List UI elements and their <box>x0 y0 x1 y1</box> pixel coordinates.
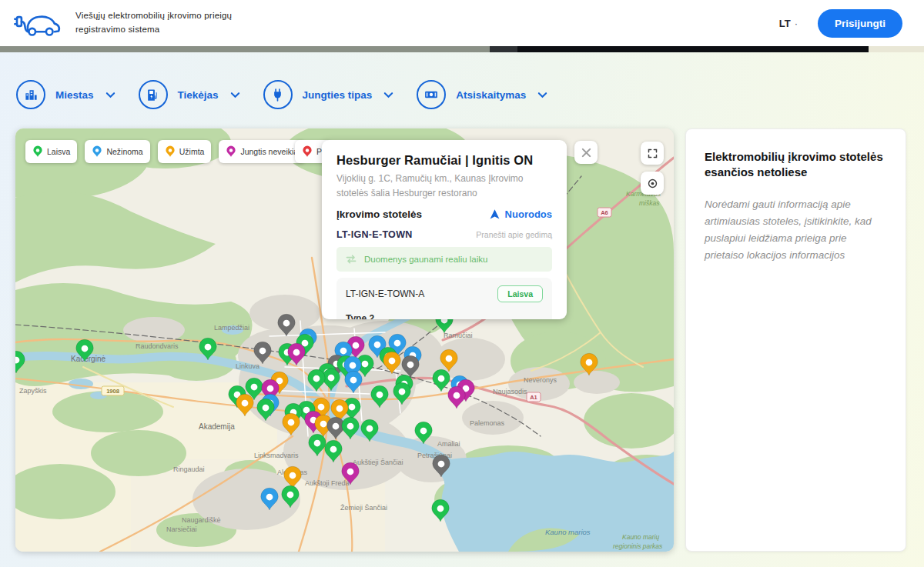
nearby-stations-title: Elektromobilių įkrovimo stotelės esančio… <box>705 149 887 181</box>
charging-stations-heading: Įkrovimo stotelės <box>336 208 422 220</box>
filter-provider[interactable]: Tiekėjas <box>139 80 240 109</box>
page: Viešųjų elektromobilių įkrovimo prieigų … <box>0 0 924 567</box>
language-selector[interactable]: LT· <box>779 18 798 29</box>
realtime-banner: Duomenys gaunami realiu laiku <box>336 247 552 272</box>
header-actions: LT· Prisijungti <box>779 9 902 38</box>
nearby-stations-description: Norėdami gauti informaciją apie artimiau… <box>705 196 887 265</box>
ev-car-logo-icon <box>14 5 65 41</box>
map-label: Lampėdžiai <box>214 324 249 332</box>
map-label: miškas <box>639 199 660 207</box>
locate-target-icon <box>646 177 659 190</box>
directions-link[interactable]: Nuorodos <box>489 208 552 220</box>
hero-strip <box>0 46 924 52</box>
map-controls <box>641 142 664 195</box>
locate-button[interactable] <box>641 172 664 195</box>
navigation-arrow-icon <box>489 208 500 220</box>
station-id: LT-IGN-E-TOWN <box>336 229 413 240</box>
plug-icon <box>263 80 293 109</box>
map-legend: LaisvaNežinomaUžimtaJungtis neveikia <box>25 140 305 163</box>
chevron-down-icon <box>105 92 116 98</box>
map-label: Kauno marios <box>545 528 591 536</box>
banknote-icon <box>417 80 446 109</box>
map-label: regioninis parkas <box>613 542 663 550</box>
app-title: Viešųjų elektromobilių įkrovimo prieigų … <box>75 9 232 37</box>
filter-city[interactable]: Miestas <box>16 80 116 109</box>
login-button[interactable]: Prisijungti <box>818 9 902 38</box>
app-header: Viešųjų elektromobilių įkrovimo prieigų … <box>0 0 924 46</box>
language-caret: · <box>795 18 798 29</box>
map-label: Kauno marių <box>622 533 659 541</box>
legend-chip: Laisva <box>25 140 77 163</box>
road-badge: A6 <box>598 208 611 217</box>
svg-text:A1: A1 <box>530 394 537 401</box>
station-title: Hesburger Ramučiai | Ignitis ON <box>336 153 552 168</box>
fullscreen-icon <box>647 148 658 159</box>
connector-type: Type 2 <box>346 313 543 319</box>
charger-icon <box>139 80 168 109</box>
connector-id: LT-IGN-E-TOWN-A <box>346 289 424 299</box>
fullscreen-button[interactable] <box>641 142 664 165</box>
filter-bar: Miestas Tiekėjas Jungties tipas <box>16 80 547 109</box>
svg-text:1908: 1908 <box>106 388 119 395</box>
station-address: Vijoklių g. 1C, Ramučių km., Kaunas Įkro… <box>336 172 552 200</box>
legend-chip: Užimta <box>158 140 212 163</box>
map-panel[interactable]: KačerginėZapyškisRaudondvarisLinkuvaLamp… <box>15 128 674 552</box>
road-badge: A1 <box>527 392 541 402</box>
chevron-down-icon <box>230 92 240 98</box>
sync-arrows-icon <box>345 255 357 264</box>
legend-chip: Jungtis neveikia <box>219 140 305 163</box>
map-label: Aukštoji Freda <box>305 479 350 487</box>
brand: Viešųjų elektromobilių įkrovimo prieigų … <box>14 5 232 41</box>
report-fault-link[interactable]: Pranešti apie gedimą <box>476 230 552 239</box>
map-label: Zapyškis <box>19 387 47 395</box>
nearby-stations-card: Elektromobilių įkrovimo stotelės esančio… <box>685 128 906 552</box>
map-label: Naujasodis <box>493 388 527 395</box>
map-label: Linksmadvaris <box>254 452 299 459</box>
map-label: Narsiečiai <box>166 525 197 533</box>
connector-panel: LT-IGN-E-TOWN-A Laisva Type 2 <box>336 278 552 319</box>
popup-close-button[interactable] <box>574 141 598 164</box>
map-label: Žemieji Šančiai <box>340 504 387 512</box>
map-label: Amaliai <box>437 440 460 448</box>
map-label: Raudondvaris <box>136 342 179 350</box>
map-label: Ramučiai <box>444 332 473 339</box>
map-label: Linkuva <box>236 362 259 370</box>
city-icon <box>16 80 45 109</box>
chevron-down-icon <box>537 92 547 98</box>
legend-chip: Nežinoma <box>85 140 149 163</box>
map-label: Palemonas <box>470 419 505 427</box>
map-label: Aukštieji Šančiai <box>353 459 403 466</box>
map-label: Naugardiškė <box>182 516 221 524</box>
road-badge: 1908 <box>102 386 124 395</box>
map-label: Akademija <box>199 422 235 431</box>
map-label: Neveronys <box>524 376 557 384</box>
filter-connector-type[interactable]: Jungties tipas <box>263 80 394 109</box>
close-icon <box>581 148 591 158</box>
chevron-down-icon <box>383 92 393 98</box>
map-label: Ringaudai <box>173 465 205 473</box>
filter-payment[interactable]: Atsiskaitymas <box>417 80 547 109</box>
status-badge: Laisva <box>497 285 543 302</box>
station-popup: Hesburger Ramučiai | Ignitis ON Vijoklių… <box>322 140 567 319</box>
svg-text:A6: A6 <box>601 209 608 216</box>
